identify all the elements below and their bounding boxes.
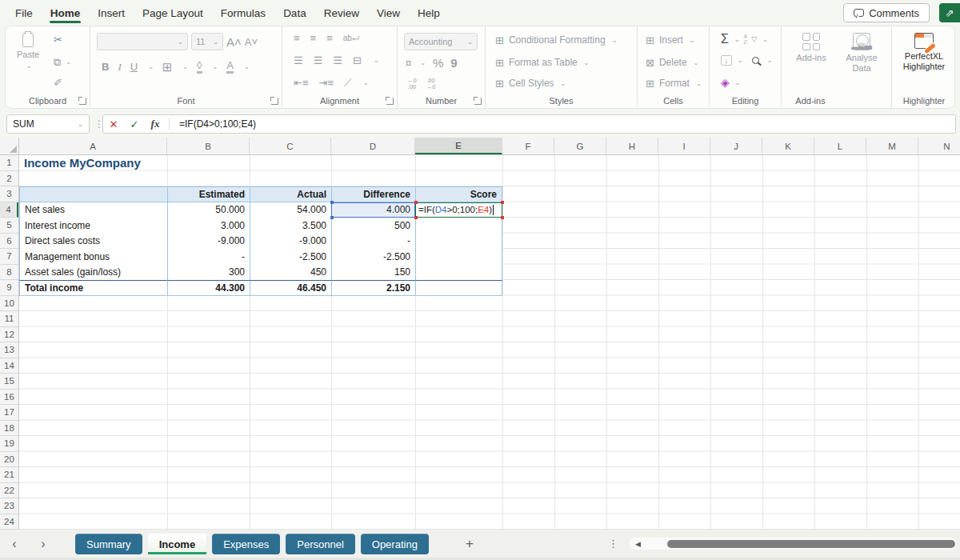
header-cell-A3[interactable] xyxy=(19,186,167,202)
row-header-2[interactable]: 2 xyxy=(0,171,18,187)
find-select-icon[interactable] xyxy=(752,57,759,64)
row-header-11[interactable]: 11 xyxy=(0,311,18,327)
font-color-icon[interactable]: A xyxy=(226,60,234,74)
row-header-21[interactable]: 21 xyxy=(0,467,18,483)
row-header-1[interactable]: 1 xyxy=(0,155,18,171)
cell-estimated-row8[interactable]: 300 xyxy=(167,265,250,281)
row-header-8[interactable]: 8 xyxy=(0,265,18,281)
cell-estimated-row4[interactable]: 50.000 xyxy=(167,202,250,218)
paste-button[interactable]: Paste ⌄ xyxy=(17,33,39,70)
cell-label-row4[interactable]: Net sales xyxy=(19,202,167,218)
name-box[interactable]: SUM ⌄ xyxy=(6,114,90,134)
cancel-icon[interactable]: ✕ xyxy=(103,118,124,130)
column-header-B[interactable]: B xyxy=(167,138,250,154)
format-as-table-button[interactable]: Format as Table xyxy=(509,57,578,68)
column-header-D[interactable]: D xyxy=(331,138,415,154)
row-header-18[interactable]: 18 xyxy=(0,421,18,437)
column-header-J[interactable]: J xyxy=(710,138,762,154)
column-header-G[interactable]: G xyxy=(554,138,606,154)
menu-tab-file[interactable]: File xyxy=(6,2,42,24)
cell-actual-row5[interactable]: 3.500 xyxy=(250,218,331,234)
formula-input[interactable]: =IF(D4>0;100;E4) xyxy=(179,118,256,130)
cell-score-row7[interactable] xyxy=(415,249,502,265)
cell-label-row7[interactable]: Management bonus xyxy=(19,249,167,265)
cell-estimated-row9[interactable]: 44.300 xyxy=(167,280,250,296)
insert-function-icon[interactable]: fx xyxy=(145,118,166,130)
font-dialog-launcher[interactable] xyxy=(271,98,278,105)
borders-icon[interactable]: ⊞ xyxy=(162,61,173,73)
italic-button[interactable]: I xyxy=(118,62,121,72)
row-header-19[interactable]: 19 xyxy=(0,436,18,452)
menu-tab-help[interactable]: Help xyxy=(409,2,449,24)
row-header-17[interactable]: 17 xyxy=(0,405,18,421)
row-header-3[interactable]: 3 xyxy=(0,186,18,202)
editing-cell-E4[interactable]: =IF(D4>0;100;E4) xyxy=(415,202,502,218)
cell-difference-row6[interactable]: - xyxy=(331,234,415,250)
menu-tab-view[interactable]: View xyxy=(368,2,409,24)
grow-font-icon[interactable]: A˄ xyxy=(226,36,242,48)
insert-cells-button[interactable]: Insert xyxy=(659,34,683,46)
increase-decimal-icon[interactable]: ←0.00 xyxy=(407,78,417,90)
header-cell-Score[interactable]: Score xyxy=(415,186,502,202)
cell-label-row5[interactable]: Interest income xyxy=(19,218,167,234)
menu-tab-formulas[interactable]: Formulas xyxy=(212,2,274,24)
enter-icon[interactable]: ✓ xyxy=(124,118,145,130)
cell-label-row6[interactable]: Direct sales costs xyxy=(19,234,167,250)
column-header-F[interactable]: F xyxy=(502,138,554,154)
number-dialog-launcher[interactable] xyxy=(474,98,482,105)
sheet-bar-dots[interactable]: ⋮ xyxy=(608,538,618,550)
orientation-icon[interactable]: ⟋ xyxy=(344,78,351,88)
cell-score-row5[interactable] xyxy=(415,218,502,234)
column-header-N[interactable]: N xyxy=(918,138,960,154)
decrease-decimal-icon[interactable]: .00→0 xyxy=(426,78,436,90)
align-bottom-icon[interactable]: ≡ xyxy=(326,33,333,43)
cell-actual-row7[interactable]: -2.500 xyxy=(250,249,331,265)
wrap-text-icon[interactable]: ab⮐ xyxy=(343,34,360,42)
menu-tab-home[interactable]: Home xyxy=(42,2,90,24)
sort-filter-icon[interactable]: AZ xyxy=(744,34,748,45)
column-header-L[interactable]: L xyxy=(814,138,866,154)
cell-A1-title[interactable]: Income MyCompany xyxy=(24,156,147,170)
number-format-combo[interactable]: Accounting⌄ xyxy=(404,33,478,50)
shrink-font-icon[interactable]: A˅ xyxy=(245,37,258,47)
new-sheet-button[interactable]: + xyxy=(466,536,474,552)
format-cells-button[interactable]: Format xyxy=(659,78,690,89)
select-all-corner[interactable] xyxy=(0,138,19,155)
sheet-tab-income[interactable]: Income xyxy=(148,534,207,554)
cell-label-row8[interactable]: Asset sales (gain/loss) xyxy=(19,265,167,281)
menu-tab-data[interactable]: Data xyxy=(274,2,315,24)
increase-indent-icon[interactable]: ⇥≡ xyxy=(318,78,333,88)
cut-icon[interactable]: ✂ xyxy=(54,34,62,45)
row-header-10[interactable]: 10 xyxy=(0,296,18,312)
conditional-formatting-button[interactable]: Conditional Formatting xyxy=(509,34,606,46)
cell-label-row9[interactable]: Total income xyxy=(19,280,167,296)
row-header-22[interactable]: 22 xyxy=(0,483,18,499)
sheet-nav-next-icon[interactable]: › xyxy=(29,537,58,551)
align-left-icon[interactable]: ☰ xyxy=(294,55,303,66)
analyse-data-button[interactable]: ▂▅▃ Analyse Data xyxy=(841,33,882,74)
row-header-20[interactable]: 20 xyxy=(0,452,18,468)
fill-color-icon[interactable]: ◊ xyxy=(197,60,202,74)
menu-tab-insert[interactable]: Insert xyxy=(89,2,134,24)
column-header-K[interactable]: K xyxy=(762,138,814,154)
cell-difference-row5[interactable]: 500 xyxy=(331,218,415,234)
cell-estimated-row7[interactable]: - xyxy=(167,249,250,265)
perfectxl-highlighter-button[interactable]: PerfectXL Highlighter xyxy=(895,33,953,72)
row-header-9[interactable]: 9 xyxy=(0,280,18,296)
font-name-combo[interactable]: ⌄ xyxy=(97,33,188,50)
comma-style-icon[interactable]: 9 xyxy=(450,57,457,69)
cell-estimated-row6[interactable]: -9.000 xyxy=(167,234,250,250)
font-size-combo[interactable]: 11⌄ xyxy=(191,33,223,50)
cell-score-row9[interactable] xyxy=(415,280,502,296)
row-header-13[interactable]: 13 xyxy=(0,342,18,358)
cell-estimated-row5[interactable]: 3.000 xyxy=(167,218,250,234)
sheet-tab-operating[interactable]: Operating xyxy=(361,534,429,554)
bold-button[interactable]: B xyxy=(102,62,109,72)
cell-styles-button[interactable]: Cell Styles xyxy=(509,78,554,89)
addins-button[interactable]: Add-ins xyxy=(793,33,830,63)
column-header-C[interactable]: C xyxy=(250,138,331,154)
row-header-7[interactable]: 7 xyxy=(0,249,18,265)
cell-actual-row9[interactable]: 46.450 xyxy=(250,280,331,296)
cell-actual-row8[interactable]: 450 xyxy=(250,265,331,281)
header-cell-Actual[interactable]: Actual xyxy=(250,186,331,202)
